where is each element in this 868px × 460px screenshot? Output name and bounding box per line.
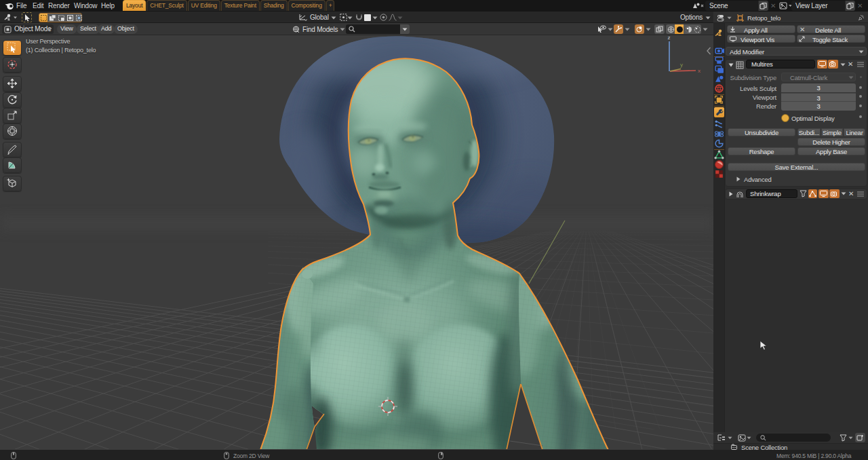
svg-text:z: z <box>668 35 671 41</box>
svg-text:x: x <box>698 68 701 74</box>
svg-text:y: y <box>680 62 683 68</box>
